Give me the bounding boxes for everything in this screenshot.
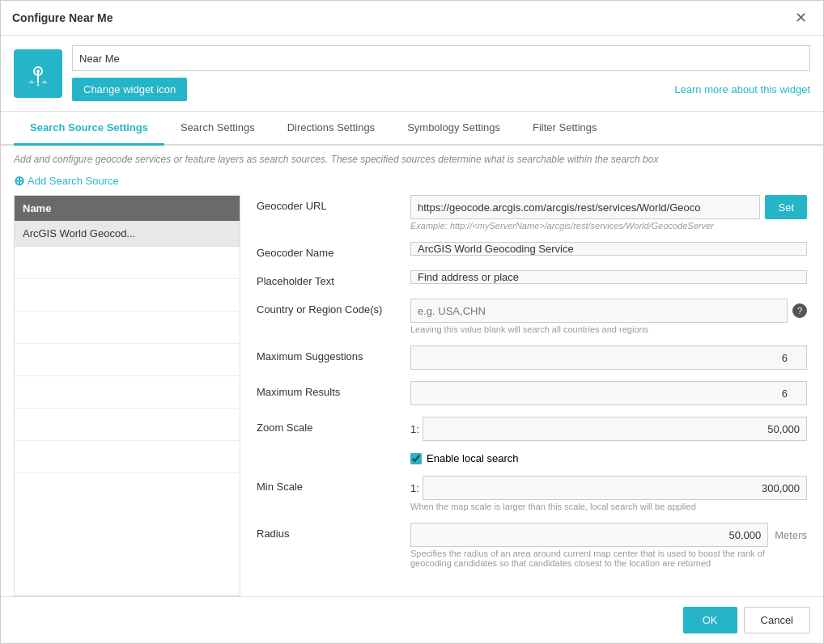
zoom-scale-content: 1: [410, 417, 807, 441]
radius-content: Meters Specifies the radius of an area a… [410, 523, 807, 568]
zoom-scale-row: Zoom Scale 1: [257, 417, 807, 441]
widget-icon-box [14, 49, 62, 98]
max-suggestions-content [410, 345, 807, 370]
country-region-note: Leaving this value blank will search all… [410, 324, 807, 334]
ok-button[interactable]: OK [683, 607, 737, 633]
list-item[interactable]: ArcGIS World Geocod... [15, 221, 240, 247]
country-region-input-row: ? [410, 299, 807, 323]
titlebar: Configure Near Me ✕ [1, 1, 823, 36]
geocoder-url-content: Set Example: http://<myServerName>/arcgi… [410, 195, 807, 231]
radius-row: Radius Meters Specifies the radius of an… [257, 523, 807, 568]
enable-local-spacer [257, 452, 410, 457]
source-list-header: Name [15, 196, 240, 221]
geocoder-url-input-row: Set [410, 195, 807, 219]
dialog-footer: OK Cancel [1, 596, 823, 643]
plus-icon: ⊕ [14, 173, 24, 189]
learn-more-link[interactable]: Learn more about this widget [674, 83, 810, 95]
enable-local-row: Enable local search [257, 452, 807, 464]
list-item-empty-4 [15, 344, 240, 376]
svg-point-2 [37, 83, 40, 86]
tabs-bar: Search Source Settings Search Settings D… [1, 112, 823, 146]
enable-local-label: Enable local search [427, 452, 518, 464]
settings-panel: Geocoder URL Set Example: http://<myServ… [257, 195, 810, 596]
enable-local-checkbox-row: Enable local search [410, 452, 807, 464]
tab-search-settings[interactable]: Search Settings [164, 112, 271, 146]
geocoder-name-label: Geocoder Name [257, 242, 410, 259]
min-scale-note: When the map scale is larger than this s… [410, 502, 807, 511]
add-source-button[interactable]: ⊕ Add Search Source [1, 170, 823, 195]
geocoder-url-input[interactable] [410, 195, 760, 219]
svg-point-1 [36, 70, 40, 73]
max-suggestions-label: Maximum Suggestions [257, 345, 410, 362]
radius-label: Radius [257, 523, 410, 540]
source-list: Name ArcGIS World Geocod... [14, 195, 240, 596]
radius-note: Specifies the radius of an area around c… [410, 549, 807, 568]
country-region-content: ? Leaving this value blank will search a… [410, 299, 807, 334]
list-item-empty-3 [15, 311, 240, 344]
enable-local-checkbox[interactable] [410, 453, 422, 464]
geocoder-name-content [410, 242, 807, 256]
zoom-scale-input-row: 1: [410, 417, 807, 441]
min-scale-row: Min Scale 1: When the map scale is large… [257, 476, 807, 511]
header-right: Change widget icon Learn more about this… [72, 45, 810, 101]
placeholder-text-content [410, 270, 807, 284]
dialog-header: Change widget icon Learn more about this… [1, 36, 823, 112]
widget-name-input[interactable] [72, 45, 810, 71]
dialog-body: Add and configure geocode services or fe… [1, 146, 823, 596]
enable-local-content: Enable local search [410, 452, 807, 464]
change-icon-button[interactable]: Change widget icon [72, 78, 187, 101]
set-button[interactable]: Set [765, 195, 807, 219]
list-item-empty-7 [15, 441, 240, 473]
min-scale-content: 1: When the map scale is larger than thi… [410, 476, 807, 511]
list-item-empty-5 [15, 376, 240, 409]
radius-input-row: Meters [410, 523, 807, 547]
zoom-scale-prefix: 1: [410, 423, 419, 435]
geocoder-url-row: Geocoder URL Set Example: http://<myServ… [257, 195, 807, 231]
country-region-row: Country or Region Code(s) ? Leaving this… [257, 299, 807, 334]
geocoder-name-row: Geocoder Name [257, 242, 807, 259]
dialog-title: Configure Near Me [12, 11, 113, 24]
tab-search-source[interactable]: Search Source Settings [14, 112, 164, 146]
max-results-content [410, 381, 807, 405]
help-icon[interactable]: ? [792, 303, 807, 318]
placeholder-text-row: Placeholder Text [257, 270, 807, 287]
list-item-empty-2 [15, 279, 240, 311]
placeholder-text-input[interactable] [410, 270, 807, 284]
zoom-scale-input[interactable] [423, 417, 807, 441]
zoom-scale-label: Zoom Scale [257, 417, 410, 434]
tab-filter[interactable]: Filter Settings [516, 112, 613, 146]
list-item-empty-6 [15, 409, 240, 441]
content-area: Name ArcGIS World Geocod... Geocoder URL [1, 195, 823, 596]
geocoder-url-label: Geocoder URL [257, 195, 410, 212]
max-suggestions-input[interactable] [410, 345, 807, 370]
max-results-input[interactable] [410, 381, 807, 405]
configure-dialog: Configure Near Me ✕ Change widget icon L… [0, 0, 824, 644]
cancel-button[interactable]: Cancel [744, 607, 810, 633]
tab-symbology[interactable]: Symbology Settings [391, 112, 516, 146]
min-scale-label: Min Scale [257, 476, 410, 493]
list-item-empty-1 [15, 247, 240, 279]
max-results-row: Maximum Results [257, 381, 807, 405]
placeholder-text-label: Placeholder Text [257, 270, 410, 287]
radius-unit: Meters [775, 529, 807, 541]
tab-directions[interactable]: Directions Settings [271, 112, 391, 146]
header-row2: Change widget icon Learn more about this… [72, 78, 810, 101]
max-suggestions-row: Maximum Suggestions [257, 345, 807, 370]
min-scale-prefix: 1: [410, 482, 419, 494]
add-source-label: Add Search Source [28, 175, 119, 187]
close-button[interactable]: ✕ [790, 9, 812, 27]
body-description: Add and configure geocode services or fe… [1, 146, 823, 170]
country-region-input[interactable] [410, 299, 788, 323]
country-region-label: Country or Region Code(s) [257, 299, 410, 316]
geocoder-name-input[interactable] [410, 242, 807, 256]
radius-input[interactable] [410, 523, 768, 547]
max-results-label: Maximum Results [257, 381, 410, 398]
widget-icon-svg [25, 61, 51, 87]
geocoder-url-hint: Example: http://<myServerName>/arcgis/re… [410, 221, 807, 231]
min-scale-input-row: 1: [410, 476, 807, 500]
min-scale-input[interactable] [423, 476, 807, 500]
